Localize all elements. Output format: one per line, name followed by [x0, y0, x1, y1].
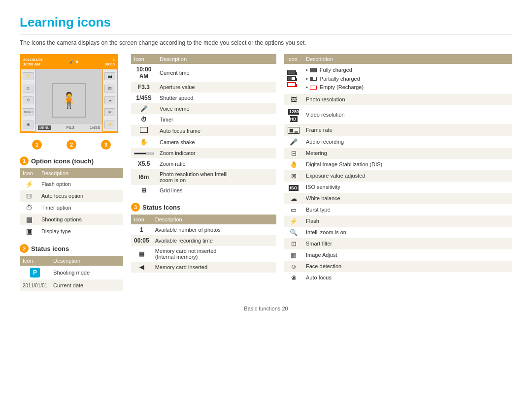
section3-mid-col2: Description: [152, 215, 276, 224]
icon-cell: 🖼: [284, 94, 303, 105]
desc-cell: Intelli zoom is on: [303, 227, 512, 238]
desc-cell: Current time: [157, 64, 276, 82]
table-row: 2011/01/01 Current date: [20, 279, 123, 291]
icon-cell: [131, 125, 157, 136]
right-column: Icon Description Fully charged Partially…: [284, 54, 512, 298]
desc-cell: Exposure value adjusted: [303, 170, 512, 182]
desc-cell: Voice memo: [157, 103, 276, 114]
table-row: 🤚 Digital Image Stabilization (DIS): [284, 159, 512, 170]
desc-cell: Video resolution: [303, 105, 512, 124]
icon-cell: ▭: [284, 204, 303, 216]
desc-cell: Face detection: [303, 261, 512, 272]
section2-left-col2: Description: [50, 256, 123, 266]
table-row: ⊠ Exposure value adjusted: [284, 170, 512, 182]
page-footer: Basic functions 20: [20, 306, 512, 311]
section2-mid-col1: Icon: [131, 54, 157, 64]
cam-silhouette: 🧍: [59, 91, 79, 110]
cam-left-icon-5: ▣: [23, 121, 33, 128]
desc-cell: Shutter speed: [157, 93, 276, 103]
icon-cell: 1: [131, 224, 152, 235]
desc-cell: Flash: [303, 216, 512, 227]
table-row: ⊟ Metering: [284, 148, 512, 159]
desc-cell: Fully charged Partially charged Empty (R…: [303, 64, 512, 94]
cam-time2: 00:05: [105, 62, 115, 66]
circle-1: 1: [32, 140, 42, 150]
table-row: ⊡ Smart filter: [284, 238, 512, 249]
cam-right-icon-3: ☁: [104, 96, 115, 104]
desc-cell: Aperture value: [157, 82, 276, 93]
desc-cell: Audio recording: [303, 136, 512, 148]
icon-cell: ▤: [131, 246, 152, 262]
table-row: ❀ Auto focus: [284, 272, 512, 283]
section2-left-col1: Icon: [20, 256, 50, 266]
table-row: ⚡ Flash: [284, 216, 512, 227]
icon-cell: P: [20, 266, 50, 279]
right-col1: Icon: [284, 54, 303, 64]
battery-empty-label: Empty (Recharge): [306, 83, 509, 92]
cam-num: 1: [113, 58, 115, 62]
video-res-icon: 1280HD: [288, 109, 299, 122]
cam-left-icon-2: ⊡: [23, 85, 33, 93]
desc-cell: Metering: [303, 148, 512, 159]
desc-cell: Photo resolution when Intellizoom is on: [157, 169, 276, 185]
table-row: 1 Available number of photos: [131, 224, 276, 235]
table-row: P Shooting mode: [20, 266, 123, 279]
icon-cell: 🔍: [284, 227, 303, 238]
icon-cell: ⏱: [20, 202, 38, 214]
icon-cell: 00:05: [131, 235, 152, 246]
desc-cell: Image Adjust: [303, 249, 512, 261]
section3-num: 3: [131, 203, 140, 212]
table-row: 00:05 Available recording time: [131, 235, 276, 246]
cam-date: 2011/01/01: [23, 58, 43, 62]
table-row: ☁ White balance: [284, 193, 512, 204]
icon-cell: ⊟: [284, 148, 303, 159]
cam-right-icon-2: 🖼: [104, 85, 115, 93]
icon-cell: ⊠: [284, 170, 303, 182]
table-row: X5.5 Zoom ratio: [131, 158, 276, 169]
section1-col2: Description: [38, 168, 123, 178]
icon-cell: ☺: [284, 261, 303, 272]
desc-cell: ISO sensitivity: [303, 182, 512, 193]
icon-cell: 🎤: [131, 103, 157, 114]
cam-right-icon-1: 📷: [104, 72, 115, 80]
icon-cell: ⚡: [20, 178, 38, 190]
cam-left-icon-3: ⏱: [23, 96, 33, 104]
section2-left-table: Icon Description P Shooting mode 2011/01…: [20, 256, 123, 291]
table-row: 10:00 AM Current time: [131, 64, 276, 82]
table-row: ◀ Memory card inserted: [131, 262, 276, 273]
table-row: ▦30 Frame rate: [284, 124, 512, 136]
cam-aperture: F3.3: [66, 125, 74, 130]
icon-cell: ▦30: [284, 124, 303, 136]
desc-cell: Smart filter: [303, 238, 512, 249]
icon-cell: ⊡: [20, 190, 38, 202]
desc-cell: Available number of photos: [152, 224, 276, 235]
table-row: ISO ISO sensitivity: [284, 182, 512, 193]
section2-mid-col2: Description: [157, 54, 276, 64]
desc-cell: Shooting mode: [50, 266, 123, 279]
desc-cell: Frame rate: [303, 124, 512, 136]
zoom-indicator-bar: [134, 153, 154, 154]
table-row: F3.3 Aperture value: [131, 82, 276, 93]
table-row: ☺ Face detection: [284, 261, 512, 272]
icon-cell: F3.3: [131, 82, 157, 93]
af-frame-icon: [140, 127, 148, 133]
desc-cell: Available recording time: [152, 235, 276, 246]
icon-cell: [131, 148, 157, 158]
icon-cell: X5.5: [131, 158, 157, 169]
icon-cell: 10:00 AM: [131, 64, 157, 82]
circle-2: 2: [66, 140, 76, 150]
section3-mid-col1: Icon: [131, 215, 152, 224]
page-subtitle: The icons the camera displays on the scr…: [20, 39, 512, 46]
desc-cell: Memory card not inserted(Internal memory…: [152, 246, 276, 262]
battery-desc-list: Fully charged Partially charged Empty (R…: [306, 66, 509, 92]
iso-icon: ISO: [289, 185, 299, 191]
icon-cell: [284, 64, 303, 94]
camera-diagram: 2011/01/01 10:00 AM 🎤✿ 1 00:05 ⚡ ⊡: [20, 54, 118, 133]
table-row: ⚡ Flash option: [20, 178, 123, 190]
cam-left-icon-1: ⚡: [23, 72, 33, 80]
icon-cell: 1/45S: [131, 93, 157, 103]
icon-cell: ☁: [284, 193, 303, 204]
table-row: 1280HD Video resolution: [284, 105, 512, 124]
table-row: ✋ Camera shake: [131, 136, 276, 148]
table-row: Zoom indicator: [131, 148, 276, 158]
